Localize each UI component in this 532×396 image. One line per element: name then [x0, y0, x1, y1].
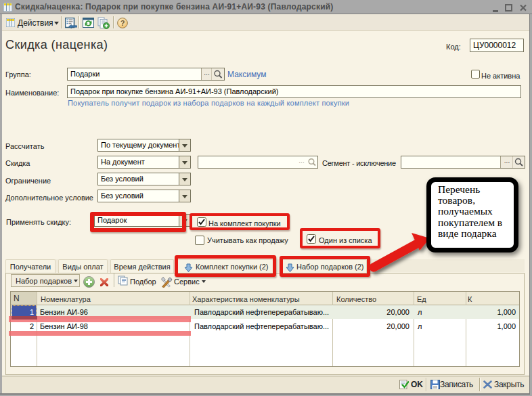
svg-text:?: ? [120, 19, 125, 27]
